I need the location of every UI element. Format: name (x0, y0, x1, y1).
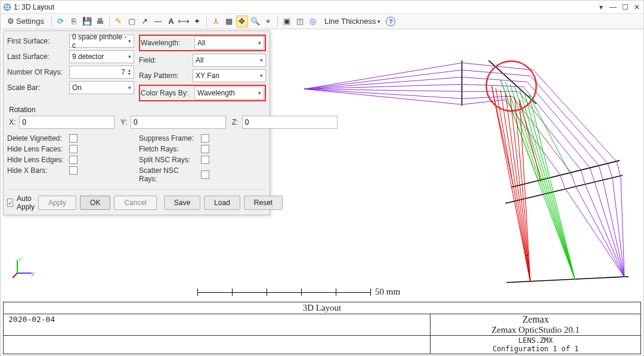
svg-line-22 (533, 70, 617, 162)
rot-y-label: Y: (120, 118, 127, 126)
footer-config: Configuration 1 of 1 (431, 345, 640, 353)
dimension-icon[interactable]: ⟼ (178, 16, 190, 27)
svg-line-49 (529, 95, 575, 279)
settings-label: Settings (16, 17, 44, 26)
first-surface-select[interactable]: 0 space pinhole - c▾ (69, 35, 134, 48)
footer-product: Zemax OpticStudio 20.1 (431, 325, 640, 335)
rot-x-input[interactable] (19, 116, 114, 129)
svg-line-45 (510, 84, 575, 279)
first-surface-label: First Surface: (7, 37, 67, 45)
minimize-button[interactable]: — (609, 3, 617, 11)
svg-line-18 (462, 84, 524, 86)
hide-x-bars-label: Hide X Bars: (7, 166, 67, 175)
svg-line-20 (462, 96, 513, 98)
svg-line-64 (13, 273, 17, 278)
close-button[interactable]: ✕ (633, 3, 641, 11)
ok-button[interactable]: OK (80, 196, 110, 210)
axis-gizmo: Y Z (11, 255, 35, 279)
square-icon[interactable]: ▢ (126, 16, 138, 27)
auto-apply-checkbox[interactable]: ✓ (7, 199, 13, 207)
line-icon[interactable]: — (152, 16, 164, 27)
suppress-frame-checkbox[interactable] (201, 134, 209, 143)
ray-pattern-select[interactable]: XY Fan▾ (193, 69, 266, 82)
workspace: Y Z 50 mm 3D Layout 2020-02-04 Zemax Zem… (1, 29, 643, 356)
print-icon[interactable]: 🖶 (94, 16, 106, 27)
svg-line-32 (590, 168, 595, 182)
svg-line-33 (581, 170, 585, 184)
wavelength-select[interactable]: All▾ (194, 36, 264, 49)
chevron-down-icon: ▾ (128, 54, 131, 60)
last-surface-select[interactable]: 9 detector▾ (69, 50, 134, 63)
settings-button[interactable]: ⚙ Settings (3, 16, 48, 27)
rot-z-input[interactable] (242, 116, 338, 129)
svg-line-51 (529, 95, 571, 175)
app-icon (3, 3, 11, 11)
svg-line-35 (560, 175, 565, 188)
reset-button[interactable]: Reset (244, 196, 283, 210)
footer-vendor: Zemax (431, 314, 640, 325)
footer-info: 3D Layout 2020-02-04 Zemax Zemax OpticSt… (3, 302, 641, 354)
svg-line-59 (491, 86, 513, 187)
cancel-button[interactable]: Cancel (114, 196, 156, 210)
window-title: 1: 3D Layout (14, 3, 593, 11)
maximize-button[interactable]: ☐ (621, 3, 629, 11)
axis-y-label: Y (18, 257, 22, 262)
save-button[interactable]: Save (164, 196, 200, 210)
delete-vignetted-label: Delete Vignetted: (7, 134, 67, 143)
arrow-icon[interactable]: ↗ (139, 16, 151, 27)
rotation-label: Rotation (8, 106, 265, 114)
svg-line-57 (515, 97, 530, 281)
scale-bar-select[interactable]: On▾ (69, 81, 134, 94)
rot-y-input[interactable] (131, 116, 226, 129)
hide-lens-edges-checkbox[interactable] (69, 156, 78, 164)
hide-lens-faces-checkbox[interactable] (69, 145, 78, 153)
axes-icon[interactable]: ⅄ (210, 16, 222, 27)
grid-icon[interactable]: ▦ (223, 16, 235, 27)
title-bar: 1: 3D Layout ▾ — ☐ ✕ (1, 1, 643, 14)
rotation-group: Rotation X: Y: Z: (7, 104, 266, 132)
camera-icon[interactable]: ⌖ (262, 16, 274, 27)
hide-lens-faces-label: Hide Lens Faces: (7, 145, 67, 153)
svg-line-31 (599, 165, 603, 180)
view2-icon[interactable]: ◫ (294, 16, 306, 27)
target-icon[interactable]: ◎ (307, 16, 319, 27)
line-thickness-dropdown[interactable]: Line Thickness ▾ (320, 16, 385, 27)
chevron-down-icon: ▾ (128, 38, 131, 44)
hide-x-bars-checkbox[interactable] (69, 166, 78, 175)
dropdown-icon[interactable]: ▾ (597, 3, 605, 11)
scale-bar-label: 50 mm (375, 287, 400, 297)
move-icon[interactable]: ✥ (236, 16, 248, 27)
scatter-nsc-checkbox[interactable] (201, 171, 209, 179)
color-rays-by-label: Color Rays By: (141, 89, 192, 97)
chevron-down-icon: ▾ (260, 57, 263, 63)
svg-line-50 (500, 80, 539, 183)
number-of-rays-input[interactable]: 7▲▼ (69, 66, 134, 79)
chevron-down-icon: ▾ (258, 40, 261, 46)
refresh-icon[interactable]: ⟳ (55, 16, 67, 27)
svg-line-7 (506, 277, 628, 283)
fletch-rays-checkbox[interactable] (201, 145, 209, 153)
save-icon[interactable]: 💾 (81, 16, 93, 27)
pencil-icon[interactable]: ✎ (113, 16, 125, 27)
wavelength-label: Wavelength: (141, 39, 192, 47)
svg-line-55 (505, 92, 530, 281)
settings-panel: First Surface: 0 space pinhole - c▾ Last… (3, 30, 270, 215)
scale-bar: 50 mm (197, 287, 400, 297)
text-a-icon[interactable]: A (165, 16, 177, 27)
zoom-icon[interactable]: 🔍 (249, 16, 261, 27)
delete-vignetted-checkbox[interactable] (69, 134, 78, 143)
axis-z-label: Z (32, 271, 35, 277)
svg-line-56 (510, 95, 530, 281)
view1-icon[interactable]: ▣ (281, 16, 293, 27)
color-rays-by-select[interactable]: Wavelength▾ (194, 86, 264, 100)
split-nsc-checkbox[interactable] (201, 156, 209, 164)
separator (277, 16, 278, 27)
number-of-rays-label: Number Of Rays: (7, 68, 67, 76)
copy-icon[interactable]: ⎘ (68, 16, 80, 27)
field-select[interactable]: All▾ (193, 54, 266, 67)
compass-icon[interactable]: ✦ (191, 16, 203, 27)
load-button[interactable]: Load (204, 196, 240, 210)
help-icon[interactable]: ? (386, 17, 395, 26)
chevron-down-icon: ▾ (377, 18, 380, 24)
apply-button[interactable]: Apply (38, 196, 76, 210)
